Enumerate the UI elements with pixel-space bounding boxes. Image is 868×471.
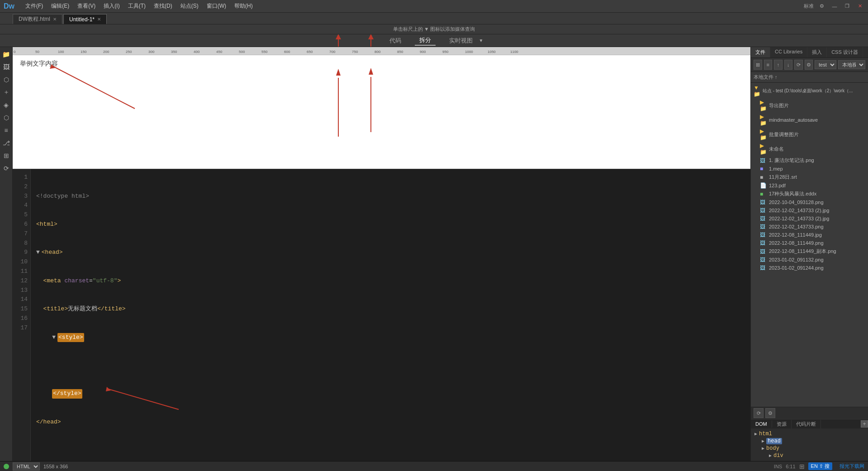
icon-history[interactable]: ⟳ xyxy=(1,163,12,174)
title-bar: Dw 文件(F) 编辑(E) 查看(V) 插入(I) 工具(T) 查找(D) 站… xyxy=(0,0,868,13)
right-tab-css[interactable]: CSS 设计器 xyxy=(827,47,863,57)
menu-help[interactable]: 帮助(H) xyxy=(231,1,256,11)
rt-refresh-icon[interactable]: ⟳ xyxy=(794,60,803,70)
dom-tag-body[interactable]: body xyxy=(766,445,779,452)
tab-close-icon[interactable]: ✕ xyxy=(53,17,57,22)
ruler-1000: 1000 xyxy=(465,50,473,54)
file-item-img9[interactable]: 🖼 2023-01-02_091244.png xyxy=(751,264,868,272)
dom-arrow-div[interactable]: ▶ xyxy=(769,453,772,458)
rt-download-icon[interactable]: ↓ xyxy=(784,60,793,70)
file-item-export[interactable]: ▶📁 导出图片 xyxy=(751,98,868,113)
code-line-6: ▼<style> xyxy=(36,333,747,343)
main-layout: 📁 🖼 ⬡ ＋ ◈ ⬡ ≡ ⎇ ⊞ ⟳ 0 50 100 150 200 250… xyxy=(0,47,868,461)
dom-tab-snippets[interactable]: 代码片断 xyxy=(792,420,821,428)
dom-add-button[interactable]: + xyxy=(861,420,868,428)
ruler-150: 150 xyxy=(81,50,86,54)
dom-arrow-html[interactable]: ▶ xyxy=(754,431,757,437)
status-right: INS 6:11 ⊞ EN ⇧ 搜 报光下载网 xyxy=(774,462,864,470)
menu-tools[interactable]: 工具(T) xyxy=(124,1,149,11)
dom-tag-div[interactable]: div xyxy=(773,452,783,459)
right-tab-insert[interactable]: 插入 xyxy=(807,47,827,57)
realtime-view-button[interactable]: 实时视图 xyxy=(445,36,477,46)
menu-site[interactable]: 站点(S) xyxy=(177,1,202,11)
file-item-pdf[interactable]: 📄 123.pdf xyxy=(751,181,868,190)
code-content[interactable]: <!doctype html> <html> ▼<head> <meta cha… xyxy=(31,169,750,461)
icon-dom[interactable]: ⬡ xyxy=(1,112,12,123)
rt-list-icon[interactable]: ≡ xyxy=(764,60,773,70)
right-tab-cc[interactable]: CC Libraries xyxy=(770,47,807,57)
dom-tab-dom[interactable]: DOM xyxy=(751,420,772,428)
icon-assets[interactable]: 🖼 xyxy=(1,62,12,72)
menu-insert[interactable]: 插入(I) xyxy=(100,1,123,11)
preview-pane: 0 50 100 150 200 250 300 350 400 450 500… xyxy=(13,47,750,169)
file-item-unnamed[interactable]: ▶📁 未命名 xyxy=(751,142,868,156)
dom-tag-html[interactable]: html xyxy=(759,431,772,437)
code-line-2: <html> xyxy=(36,220,747,229)
file-item-img7[interactable]: 🖼 2022-12-08_111449_副本.png xyxy=(751,247,868,256)
view-select[interactable]: 本地视图 xyxy=(838,60,865,69)
file-item-img1[interactable]: 🖼 2022-10-04_093128.png xyxy=(751,198,868,206)
file-item-mep[interactable]: ■ 1.mep xyxy=(751,165,868,173)
menu-view[interactable]: 查看(V) xyxy=(74,1,99,11)
dom-arrow-body[interactable]: ▶ xyxy=(762,446,764,451)
gear-icon[interactable]: ⚙ xyxy=(817,3,826,10)
file-item-img3[interactable]: 🖼 2022-12-02_143733 (2).jpg xyxy=(751,214,868,223)
svg-marker-9 xyxy=(106,387,111,391)
dom-refresh-icon[interactable]: ⟳ xyxy=(754,408,764,418)
dom-tag-head[interactable]: head xyxy=(766,438,782,444)
file-item-img5[interactable]: 🖼 2022-12-08_111449.jpg xyxy=(751,231,868,239)
lang-select[interactable]: HTML xyxy=(13,462,40,471)
file-item-img4[interactable]: 🖼 2022-12-02_143733.png xyxy=(751,223,868,231)
line-num-13: 13 xyxy=(13,286,28,295)
icon-insert[interactable]: ＋ xyxy=(1,87,12,98)
split-view-button[interactable]: 拆分 xyxy=(415,35,436,46)
menu-window[interactable]: 窗口(W) xyxy=(203,1,230,11)
icon-files[interactable]: 📁 xyxy=(1,49,12,60)
file-tree-root[interactable]: ▼📁 站点 - test (D:\tools\桌面\work（2）\work（.… xyxy=(751,84,868,98)
dom-tab-assets[interactable]: 资源 xyxy=(772,420,792,428)
file-item-srt[interactable]: ■ 11月28日.srt xyxy=(751,173,868,181)
tab-dw-tutorial[interactable]: DW教程.html ✕ xyxy=(13,14,62,24)
realtime-dropdown-icon[interactable]: ▼ xyxy=(479,38,484,43)
arrow-style-close xyxy=(109,385,181,412)
rt-settings-icon[interactable]: ⚙ xyxy=(805,60,813,70)
file-name-mindmaster: mindmaster_autosave xyxy=(769,117,818,123)
icon-css[interactable]: ◈ xyxy=(1,100,12,110)
right-toolbar: ⊞ ≡ ↑ ↓ ⟳ ⚙ test 本地视图 xyxy=(751,58,868,72)
file-name-img5: 2022-12-08_111449.jpg xyxy=(769,232,822,238)
dom-arrow-head[interactable]: ▶ xyxy=(762,438,764,444)
icon-snippets[interactable]: ≡ xyxy=(1,125,12,136)
file-item-lianjie[interactable]: 🖼 1. 廉洁尔笔记法.png xyxy=(751,156,868,165)
file-item-mindmaster[interactable]: ▶📁 mindmaster_autosave xyxy=(751,113,868,127)
ruler-850: 850 xyxy=(397,50,403,54)
menu-edit[interactable]: 编辑(E) xyxy=(47,1,73,11)
folder-icon-batch: ▶📁 xyxy=(760,128,767,141)
file-item-img8[interactable]: 🖼 2023-01-02_091132.png xyxy=(751,256,868,264)
input-method[interactable]: EN ⇧ 搜 xyxy=(808,462,832,470)
file-item-img2[interactable]: 🖼 2022-12-02_143733 (2).jpg xyxy=(751,206,868,214)
icon-git[interactable]: ⎇ xyxy=(1,138,12,148)
rt-grid-icon[interactable]: ⊞ xyxy=(754,60,762,70)
tab-untitled[interactable]: Untitled-1* ✕ xyxy=(63,14,107,24)
icon-extract[interactable]: ⊞ xyxy=(1,150,12,161)
menu-find[interactable]: 查找(D) xyxy=(150,1,176,11)
close-button[interactable]: ✕ xyxy=(855,3,864,10)
file-item-eddx[interactable]: ■ 17种头脑风暴法.eddx xyxy=(751,190,868,198)
rt-upload-icon[interactable]: ↑ xyxy=(774,60,783,70)
right-tab-files[interactable]: 文件 xyxy=(751,47,770,57)
ruler-750: 750 xyxy=(352,50,358,54)
minimize-button[interactable]: — xyxy=(830,3,839,10)
menu-file[interactable]: 文件(F) xyxy=(22,1,47,11)
ruler-450: 450 xyxy=(216,50,222,54)
file-item-batch[interactable]: ▶📁 批量调整图片 xyxy=(751,127,868,142)
file-item-img6[interactable]: 🖼 2022-12-08_111449.png xyxy=(751,239,868,247)
tab-close-icon-active[interactable]: ✕ xyxy=(97,17,101,22)
maximize-button[interactable]: ❐ xyxy=(843,3,852,10)
icon-cc[interactable]: ⬡ xyxy=(1,74,12,85)
dom-settings-icon[interactable]: ⚙ xyxy=(765,408,775,418)
status-indicator xyxy=(4,464,9,469)
code-view-button[interactable]: 代码 xyxy=(385,36,406,46)
site-select[interactable]: test xyxy=(815,60,836,69)
code-pane[interactable]: 1 2 3 4 5 6 7 8 9 10 11 12 13 14 15 16 1 xyxy=(13,169,750,461)
zoom-icon[interactable]: ⊞ xyxy=(799,463,805,470)
